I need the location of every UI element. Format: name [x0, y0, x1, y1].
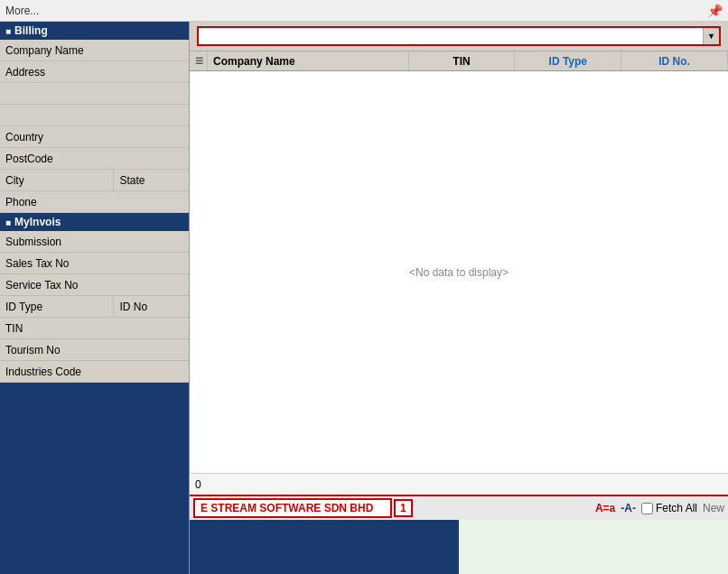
th-tin: TIN — [409, 51, 516, 70]
company-name-input[interactable] — [199, 28, 703, 44]
myinvois-title: MyInvois — [14, 216, 61, 228]
id-no-label: ID No — [113, 296, 189, 317]
company-name-dropdown-arrow[interactable]: ▼ — [703, 28, 719, 44]
submission-row: Submission — [0, 231, 189, 253]
left-blue-panel — [190, 520, 459, 574]
num-badge: 1 — [394, 499, 413, 517]
btn-aa[interactable]: A=a — [595, 502, 615, 514]
address-blank-1 — [0, 83, 189, 105]
billing-collapse-icon[interactable]: ■ — [5, 26, 11, 36]
bottom-right-controls: A=a -A- Fetch All New — [595, 502, 724, 514]
service-tax-no-label: Service Tax No — [0, 274, 189, 295]
company-name-row: Company Name — [0, 40, 189, 61]
submission-label: Submission — [0, 231, 189, 252]
postcode-row: PostCode — [0, 148, 189, 170]
tourism-no-label: Tourism No — [0, 339, 189, 360]
sales-tax-no-label: Sales Tax No — [0, 253, 189, 273]
phone-row: Phone — [0, 191, 189, 213]
postcode-label: PostCode — [0, 148, 189, 169]
new-button[interactable]: New — [703, 502, 724, 514]
industries-code-row: Industries Code — [0, 361, 189, 383]
id-type-label: ID Type — [0, 296, 113, 317]
th-company-name: Company Name — [208, 51, 409, 70]
right-panel: ▼ ☰ Company Name TIN ID Type ID No. <No … — [190, 22, 728, 574]
fetch-all-wrapper: Fetch All — [641, 502, 697, 514]
city-label: City — [0, 170, 113, 190]
billing-title: Billing — [14, 24, 48, 37]
tourism-value: 0 — [195, 478, 201, 491]
address-label: Address — [0, 61, 189, 82]
company-value-display[interactable]: E STREAM SOFTWARE SDN BHD — [193, 498, 392, 518]
tourism-value-row: 0 — [190, 473, 728, 495]
th-id-type: ID Type — [515, 51, 621, 70]
btn-dash-a[interactable]: -A- — [621, 502, 636, 514]
state-label: State — [113, 170, 189, 190]
th-drag: ☰ — [190, 51, 208, 70]
sales-tax-no-row: Sales Tax No — [0, 253, 189, 274]
main-content: ■ Billing Company Name Address Country P… — [0, 22, 728, 574]
phone-label: Phone — [0, 191, 189, 212]
tin-label: TIN — [0, 318, 189, 338]
fetch-all-checkbox[interactable] — [641, 503, 653, 514]
myinvois-section-header: ■ MyInvois — [0, 213, 189, 231]
city-state-row: City State — [0, 170, 189, 191]
table-header: ☰ Company Name TIN ID Type ID No. — [190, 51, 728, 71]
status-bar: E STREAM SOFTWARE SDN BHD 1 A=a -A- Fetc… — [190, 495, 728, 520]
company-name-label: Company Name — [0, 40, 189, 60]
billing-section-header: ■ Billing — [0, 22, 189, 40]
company-name-input-wrapper: ▼ — [197, 26, 721, 46]
country-label: Country — [0, 126, 189, 147]
left-panel: ■ Billing Company Name Address Country P… — [0, 22, 190, 574]
bottom-panels — [190, 520, 728, 574]
top-bar: More... 📌 — [0, 0, 728, 22]
company-name-input-row: ▼ — [190, 22, 728, 51]
service-tax-no-row: Service Tax No — [0, 274, 189, 296]
tin-row: TIN — [0, 318, 189, 339]
industries-code-label: Industries Code — [0, 361, 189, 382]
fetch-all-label: Fetch All — [656, 502, 697, 514]
table-no-data: <No data to display> — [190, 71, 728, 473]
pin-icon[interactable]: 📌 — [707, 4, 723, 18]
id-type-id-no-row: ID Type ID No — [0, 296, 189, 318]
address-blank-2 — [0, 105, 189, 126]
more-label[interactable]: More... — [5, 5, 39, 17]
myinvois-collapse-icon[interactable]: ■ — [5, 218, 11, 227]
th-id-no: ID No. — [621, 51, 728, 70]
no-data-message: <No data to display> — [409, 266, 509, 279]
right-green-panel — [459, 520, 728, 574]
left-bottom-filler — [0, 383, 189, 574]
address-row-1: Address — [0, 61, 189, 83]
tourism-no-row: Tourism No — [0, 339, 189, 361]
country-row: Country — [0, 126, 189, 148]
